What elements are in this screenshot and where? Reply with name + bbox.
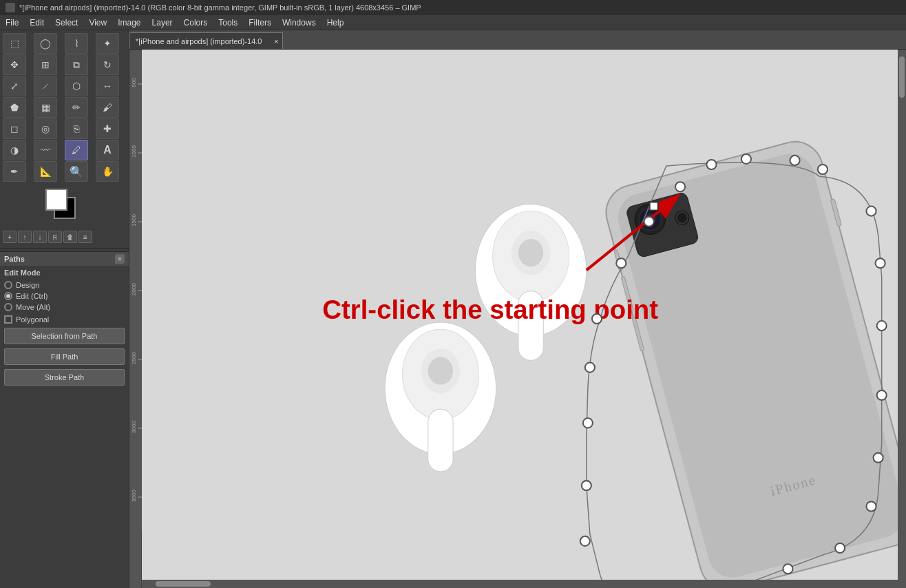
- move-mode-radio[interactable]: [4, 303, 12, 311]
- blend-tool[interactable]: ▦: [34, 97, 57, 118]
- color-picker-tool[interactable]: ✒: [3, 161, 26, 182]
- lower-path-icon[interactable]: ↓: [33, 231, 47, 243]
- duplicate-path-icon[interactable]: ⎘: [48, 231, 62, 243]
- paint-bucket-tool[interactable]: ⬟: [3, 97, 26, 118]
- svg-rect-85: [650, 202, 658, 210]
- select-free-tool[interactable]: ⌇: [65, 33, 88, 54]
- menu-colors[interactable]: Colors: [178, 15, 213, 30]
- tool-options-panel: Paths ≡ Edit Mode Design Edit (Ctrl): [0, 251, 129, 588]
- paths-tool[interactable]: 🖊: [65, 140, 88, 160]
- menu-filters[interactable]: Filters: [243, 15, 277, 30]
- stroke-path-btn[interactable]: Stroke Path: [4, 369, 125, 386]
- align-tool[interactable]: ⊞: [34, 54, 57, 75]
- foreground-color[interactable]: [45, 189, 67, 211]
- edit-mode-radio-group: Design Edit (Ctrl) Move (Alt): [4, 280, 125, 313]
- svg-point-69: [866, 501, 876, 511]
- svg-text:500: 500: [131, 78, 137, 87]
- edit-mode-label: Edit (Ctrl): [16, 292, 48, 300]
- panel-config-icon[interactable]: ≡: [115, 254, 125, 264]
- design-mode-option[interactable]: Design: [4, 281, 125, 289]
- scale-tool[interactable]: ⤢: [3, 76, 26, 96]
- svg-point-67: [877, 390, 887, 400]
- eraser-tool[interactable]: ◻: [3, 118, 26, 139]
- flip-tool[interactable]: ↔: [96, 76, 119, 96]
- scrollbar-vertical[interactable]: [898, 50, 906, 580]
- rotate-tool[interactable]: ↻: [96, 54, 119, 75]
- polygonal-option[interactable]: Polygonal: [4, 315, 125, 324]
- hand-tool[interactable]: ✋: [96, 161, 119, 182]
- scrollbar-horizontal[interactable]: [142, 580, 906, 588]
- svg-text:2500: 2500: [131, 352, 137, 364]
- airbrush-tool[interactable]: ◎: [34, 118, 57, 139]
- tab-close-btn[interactable]: ×: [274, 37, 278, 45]
- svg-point-80: [592, 314, 602, 324]
- canvas-container[interactable]: 500 1000 1500 2000 2500 3000 3500: [142, 50, 906, 588]
- panel-header-icons: ≡: [115, 254, 125, 264]
- smudge-tool[interactable]: 〰: [34, 140, 57, 160]
- shear-tool[interactable]: ⟋: [34, 76, 57, 96]
- edit-mode-label: Edit Mode: [4, 269, 125, 277]
- svg-point-65: [876, 258, 885, 268]
- raise-path-icon[interactable]: ↑: [18, 231, 32, 243]
- polygonal-checkbox[interactable]: [4, 315, 12, 324]
- menu-image[interactable]: Image: [112, 15, 146, 30]
- scrollbar-h-thumb[interactable]: [156, 581, 211, 587]
- window-title: *[iPhone and airpods] (imported)-14.0 (R…: [19, 3, 421, 12]
- menu-edit[interactable]: Edit: [24, 15, 50, 30]
- menu-help[interactable]: Help: [322, 15, 350, 30]
- selection-from-path-btn[interactable]: Selection from Path: [4, 328, 125, 344]
- edit-mode-radio[interactable]: [4, 292, 12, 300]
- heal-tool[interactable]: ✚: [96, 118, 119, 139]
- menu-windows[interactable]: Windows: [277, 15, 322, 30]
- svg-point-78: [583, 418, 593, 428]
- crop-tool[interactable]: ⧉: [65, 54, 88, 75]
- text-tool[interactable]: A: [96, 140, 119, 160]
- title-bar: *[iPhone and airpods] (imported)-14.0 (R…: [0, 0, 906, 15]
- divider: [0, 248, 129, 249]
- new-path-icon[interactable]: +: [3, 231, 17, 243]
- clone-tool[interactable]: ⎘: [65, 118, 88, 139]
- svg-point-81: [616, 258, 626, 268]
- paths-panel-title: Paths: [4, 255, 25, 263]
- menu-layer[interactable]: Layer: [147, 15, 178, 30]
- image-display[interactable]: iPhone Ctrl-click the starting: [142, 50, 906, 588]
- svg-text:1000: 1000: [131, 145, 137, 158]
- svg-point-83: [675, 182, 685, 191]
- zoom-tool[interactable]: 🔍: [65, 161, 88, 182]
- select-ellipse-tool[interactable]: ◯: [34, 33, 57, 54]
- edit-mode-option[interactable]: Edit (Ctrl): [4, 292, 125, 300]
- move-mode-label: Move (Alt): [16, 303, 50, 311]
- ruler-left: 500 1000 1500 2000 2500 3000 3500: [129, 50, 142, 588]
- svg-point-71: [783, 564, 792, 574]
- main-area: ⬚ ◯ ⌇ ✦ ✥ ⊞ ⧉ ↻ ⤢ ⟋ ⬡ ↔ ⬟ ▦ ✏ 🖌 ◻ ◎ ⎘ ✚ …: [0, 30, 906, 588]
- svg-point-64: [866, 207, 876, 216]
- paintbrush-tool[interactable]: 🖌: [96, 97, 119, 118]
- measure-tool[interactable]: 📐: [34, 161, 57, 182]
- svg-text:1500: 1500: [131, 214, 137, 227]
- menu-view[interactable]: View: [83, 15, 112, 30]
- perspective-tool[interactable]: ⬡: [65, 76, 88, 96]
- color-indicator[interactable]: [45, 189, 83, 224]
- select-rect-tool[interactable]: ⬚: [3, 33, 26, 54]
- design-mode-radio[interactable]: [4, 281, 12, 289]
- menu-select[interactable]: Select: [50, 15, 83, 30]
- svg-point-61: [741, 154, 751, 164]
- move-tool[interactable]: ✥: [3, 54, 26, 75]
- scrollbar-v-thumb[interactable]: [899, 56, 905, 98]
- svg-point-77: [582, 481, 591, 490]
- menu-tools[interactable]: Tools: [213, 15, 243, 30]
- select-fuzzy-tool[interactable]: ✦: [96, 33, 119, 54]
- ruler-left-svg: 500 1000 1500 2000 2500 3000 3500: [129, 50, 142, 532]
- menu-bar: File Edit Select View Image Layer Colors…: [0, 15, 906, 30]
- svg-point-44: [518, 239, 543, 266]
- canvas-tab[interactable]: *[iPhone and airpods] (imported)-14.0 ×: [129, 32, 283, 49]
- delete-path-icon[interactable]: 🗑: [63, 231, 77, 243]
- menu-file[interactable]: File: [0, 15, 24, 30]
- pencil-tool[interactable]: ✏: [65, 97, 88, 118]
- fill-path-btn[interactable]: Fill Path: [4, 348, 125, 365]
- canvas-wrapper: 500 1000 1500 2000 2500 3000 3500: [129, 50, 906, 588]
- move-mode-option[interactable]: Move (Alt): [4, 303, 125, 311]
- dodge-burn-tool[interactable]: ◑: [3, 140, 26, 160]
- tool-grid: ⬚ ◯ ⌇ ✦ ✥ ⊞ ⧉ ↻ ⤢ ⟋ ⬡ ↔ ⬟ ▦ ✏ 🖌 ◻ ◎ ⎘ ✚ …: [0, 30, 129, 185]
- expand-panel-icon[interactable]: ≡: [78, 231, 92, 243]
